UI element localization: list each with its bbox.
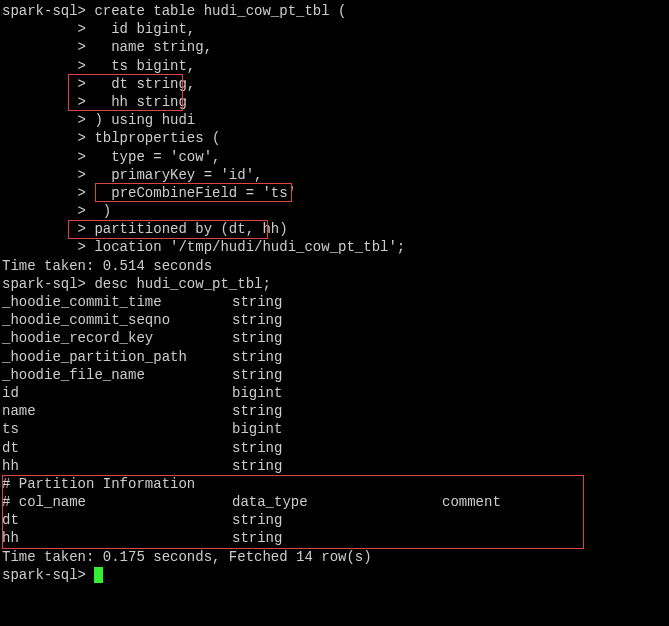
column-type: string	[232, 366, 442, 384]
column-type: string	[232, 311, 442, 329]
terminal-output: spark-sql> create table hudi_cow_pt_tbl …	[2, 2, 667, 584]
schema-row: dtstring	[2, 439, 667, 457]
continuation-prompt: >	[2, 185, 86, 201]
sql-text: preCombineField = 'ts'	[111, 185, 296, 201]
continuation-prompt: >	[2, 221, 86, 237]
sql-text: create table hudi_cow_pt_tbl (	[86, 3, 346, 19]
column-name: id	[2, 384, 232, 402]
continuation-prompt: >	[2, 167, 86, 183]
column-type: bigint	[232, 384, 442, 402]
timing-output: Time taken: 0.514 seconds	[2, 257, 667, 275]
column-name: _hoodie_partition_path	[2, 348, 232, 366]
column-name: _hoodie_file_name	[2, 366, 232, 384]
column-name: dt	[2, 439, 232, 457]
column-type: string	[232, 511, 442, 529]
continuation-prompt: >	[2, 130, 86, 146]
continuation-prompt: >	[2, 112, 86, 128]
continuation-prompt: >	[2, 203, 86, 219]
column-name: _hoodie_record_key	[2, 329, 232, 347]
sql-pre	[86, 185, 111, 201]
col-header-type: data_type	[232, 493, 442, 511]
continuation-prompt: >	[2, 76, 86, 92]
timing-output: Time taken: 0.175 seconds, Fetched 14 ro…	[2, 548, 667, 566]
sql-text: tblproperties (	[86, 130, 220, 146]
schema-row: _hoodie_file_namestring	[2, 366, 667, 384]
cursor[interactable]	[94, 567, 103, 583]
schema-row: _hoodie_commit_seqnostring	[2, 311, 667, 329]
partition-header: # Partition Information	[2, 475, 667, 493]
continuation-prompt: >	[2, 39, 86, 55]
sql-text: primaryKey = 'id',	[86, 167, 262, 183]
sql-text: type = 'cow',	[86, 149, 220, 165]
sql-text: dt string,	[86, 76, 195, 92]
prompt: spark-sql>	[2, 3, 86, 19]
sql-text: )	[86, 203, 111, 219]
continuation-prompt: >	[2, 21, 86, 37]
sql-text: location '/tmp/hudi/hudi_cow_pt_tbl';	[86, 239, 405, 255]
sql-text: ts bigint,	[86, 58, 195, 74]
column-type: string	[232, 402, 442, 420]
sql-text: ) using hudi	[86, 112, 195, 128]
prompt: spark-sql>	[2, 567, 94, 583]
column-type: bigint	[232, 420, 442, 438]
partition-row: hhstring	[2, 529, 667, 547]
sql-text: partitioned by (dt, hh)	[86, 221, 288, 237]
column-type: string	[232, 293, 442, 311]
sql-text: name string,	[86, 39, 212, 55]
continuation-prompt: >	[2, 58, 86, 74]
column-name: _hoodie_commit_seqno	[2, 311, 232, 329]
schema-row: _hoodie_partition_pathstring	[2, 348, 667, 366]
schema-row: idbigint	[2, 384, 667, 402]
sql-text: hh string	[86, 94, 187, 110]
continuation-prompt: >	[2, 94, 86, 110]
column-name: hh	[2, 529, 232, 547]
partition-row: dtstring	[2, 511, 667, 529]
column-name: ts	[2, 420, 232, 438]
column-name: hh	[2, 457, 232, 475]
column-type: string	[232, 439, 442, 457]
schema-row: hhstring	[2, 457, 667, 475]
col-header-name: # col_name	[2, 493, 232, 511]
continuation-prompt: >	[2, 239, 86, 255]
sql-text: desc hudi_cow_pt_tbl;	[86, 276, 271, 292]
continuation-prompt: >	[2, 149, 86, 165]
sql-text: id bigint,	[86, 21, 195, 37]
prompt: spark-sql>	[2, 276, 86, 292]
schema-row: _hoodie_commit_timestring	[2, 293, 667, 311]
schema-row: _hoodie_record_keystring	[2, 329, 667, 347]
column-type: string	[232, 329, 442, 347]
column-type: string	[232, 348, 442, 366]
column-name: name	[2, 402, 232, 420]
column-name: dt	[2, 511, 232, 529]
column-type: string	[232, 457, 442, 475]
col-header-comment: comment	[442, 493, 667, 511]
schema-row: namestring	[2, 402, 667, 420]
column-type: string	[232, 529, 442, 547]
column-name: _hoodie_commit_time	[2, 293, 232, 311]
schema-row: tsbigint	[2, 420, 667, 438]
